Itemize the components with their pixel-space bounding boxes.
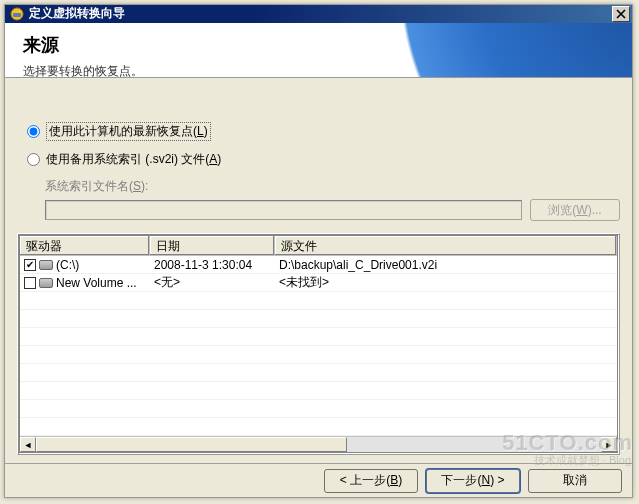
disk-icon — [39, 260, 53, 270]
drive-list-frame: 驱动器 日期 源文件 (C:\)2008-11-3 1:30:04D:\back… — [17, 233, 620, 455]
table-row-empty — [20, 364, 617, 382]
row-source: D:\backup\ali_C_Drive001.v2i — [275, 258, 617, 272]
browse-button: 浏览(W)... — [530, 199, 620, 221]
col-header-date[interactable]: 日期 — [150, 236, 275, 256]
row-checkbox[interactable] — [24, 259, 36, 271]
titlebar: 定义虚拟转换向导 — [5, 5, 632, 23]
table-row-empty — [20, 346, 617, 364]
drive-name: New Volume ... — [56, 276, 137, 290]
decorative-curve — [382, 23, 632, 79]
table-row-empty — [20, 292, 617, 310]
horizontal-scrollbar[interactable]: ◄ ► — [20, 436, 617, 452]
app-icon — [9, 6, 25, 22]
row-date: 2008-11-3 1:30:04 — [150, 258, 275, 272]
radio-use-index-label[interactable]: 使用备用系统索引 (.sv2i) 文件(A) — [46, 151, 221, 168]
table-row-empty — [20, 328, 617, 346]
table-row-empty — [20, 382, 617, 400]
scroll-track[interactable] — [36, 437, 601, 452]
radio-use-latest-label[interactable]: 使用此计算机的最新恢复点(L) — [46, 122, 211, 141]
next-button[interactable]: 下一步(N) > — [426, 469, 520, 493]
radio-use-latest[interactable] — [27, 125, 40, 138]
back-button[interactable]: < 上一步(B) — [324, 469, 418, 493]
table-row[interactable]: (C:\)2008-11-3 1:30:04D:\backup\ali_C_Dr… — [20, 256, 617, 274]
col-header-source[interactable]: 源文件 — [275, 236, 617, 256]
svg-rect-1 — [13, 13, 21, 17]
row-date: <无> — [150, 274, 275, 291]
content-area: 使用此计算机的最新恢复点(L) 使用备用系统索引 (.sv2i) 文件(A) 系… — [5, 78, 632, 463]
radio-use-index[interactable] — [27, 153, 40, 166]
scroll-right-arrow[interactable]: ► — [601, 437, 617, 452]
index-path-label: 系统索引文件名(S): — [45, 178, 620, 195]
drive-name: (C:\) — [56, 258, 79, 272]
table-row-empty — [20, 400, 617, 418]
rows-container[interactable]: (C:\)2008-11-3 1:30:04D:\backup\ali_C_Dr… — [20, 256, 617, 436]
scroll-left-arrow[interactable]: ◄ — [20, 437, 36, 452]
table-row-empty — [20, 310, 617, 328]
page-subtitle: 选择要转换的恢复点。 — [23, 63, 143, 79]
table-row-empty — [20, 418, 617, 436]
index-path-row: 浏览(W)... — [45, 199, 620, 221]
col-header-drive[interactable]: 驱动器 — [20, 236, 150, 256]
header-banner: 来源 选择要转换的恢复点。 — [5, 23, 632, 79]
drive-list: 驱动器 日期 源文件 (C:\)2008-11-3 1:30:04D:\back… — [19, 235, 618, 453]
footer: < 上一步(B) 下一步(N) > 取消 — [5, 463, 632, 497]
page-title: 来源 — [23, 33, 59, 57]
index-path-input — [45, 200, 522, 220]
column-headers: 驱动器 日期 源文件 — [20, 236, 617, 256]
scroll-thumb[interactable] — [36, 437, 347, 452]
row-source: <未找到> — [275, 274, 617, 291]
index-path-group: 系统索引文件名(S): 浏览(W)... — [17, 178, 620, 221]
close-button[interactable] — [612, 6, 630, 22]
radio-use-index-row: 使用备用系统索引 (.sv2i) 文件(A) — [17, 151, 620, 168]
wizard-window: 定义虚拟转换向导 来源 选择要转换的恢复点。 使用此计算机的最新恢复点(L) 使… — [4, 4, 633, 498]
cancel-button[interactable]: 取消 — [528, 469, 622, 493]
table-row[interactable]: New Volume ...<无><未找到> — [20, 274, 617, 292]
row-checkbox[interactable] — [24, 277, 36, 289]
window-title: 定义虚拟转换向导 — [29, 5, 612, 22]
disk-icon — [39, 278, 53, 288]
radio-use-latest-row: 使用此计算机的最新恢复点(L) — [17, 122, 620, 141]
